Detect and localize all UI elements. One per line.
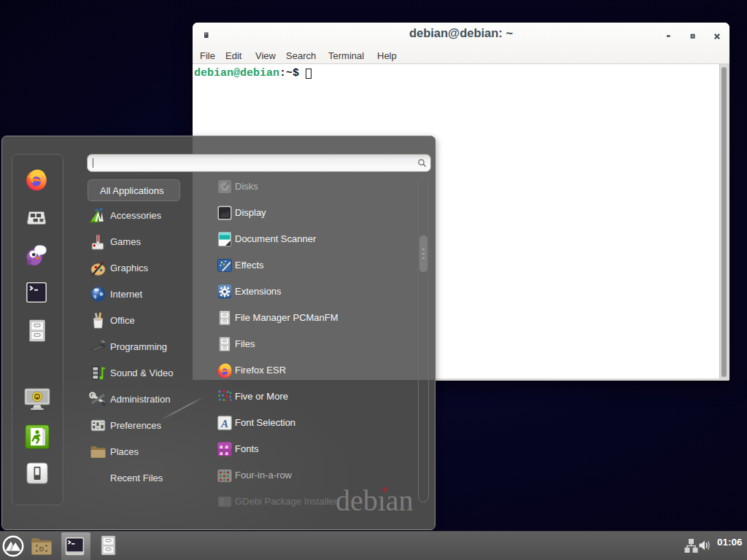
svg-text:D: D	[39, 545, 44, 553]
svg-text:A: A	[220, 418, 228, 429]
